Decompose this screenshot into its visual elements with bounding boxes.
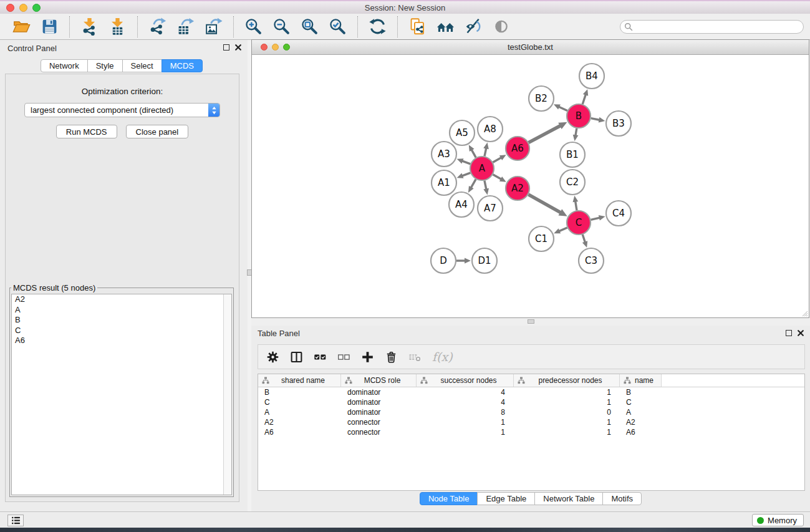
cell-shared-name[interactable]: A2 xyxy=(258,418,341,427)
edge-A-A2[interactable] xyxy=(493,175,501,180)
edge-A-A7[interactable] xyxy=(485,181,486,190)
table-row[interactable]: A2connector11A2 xyxy=(258,417,804,427)
search-input[interactable] xyxy=(620,20,804,34)
result-item[interactable]: B xyxy=(12,315,231,326)
cell-shared-name[interactable]: A xyxy=(258,408,341,417)
network-canvas[interactable]: AA1A2A3A4A5A6A7A8BB1B2B3B4CC1C2C3C4DD1 xyxy=(252,55,809,317)
result-item[interactable]: A6 xyxy=(12,336,231,346)
memory-button[interactable]: Memory xyxy=(752,514,804,526)
cell-predecessor-nodes[interactable]: 0 xyxy=(514,408,620,417)
zoom-out-button[interactable] xyxy=(271,17,292,36)
edge-C-C4[interactable] xyxy=(591,218,600,220)
tab-select[interactable]: Select xyxy=(122,59,162,72)
close-window-button[interactable] xyxy=(6,4,14,12)
delete-column-button[interactable] xyxy=(385,351,398,364)
zoom-selected-button[interactable] xyxy=(327,17,349,36)
result-item[interactable]: C xyxy=(12,326,231,336)
resize-grip-icon[interactable] xyxy=(801,309,808,317)
cell-name[interactable]: C xyxy=(620,398,662,407)
add-column-button[interactable] xyxy=(361,351,374,364)
export-network-button[interactable] xyxy=(147,17,168,36)
edge-A-A6[interactable] xyxy=(493,157,501,162)
table-row[interactable]: Bdominator41B xyxy=(258,387,804,397)
table-row[interactable]: A6connector11A6 xyxy=(258,427,804,437)
table-tab-motifs[interactable]: Motifs xyxy=(602,492,642,505)
cell-successor-nodes[interactable]: 1 xyxy=(417,428,514,437)
float-table-panel-icon[interactable] xyxy=(786,330,792,336)
result-scrollbar[interactable] xyxy=(223,294,231,495)
import-table-button[interactable] xyxy=(107,17,128,36)
minimize-window-button[interactable] xyxy=(19,4,27,12)
refresh-button[interactable] xyxy=(367,17,388,36)
cell-shared-name[interactable]: B xyxy=(258,388,341,397)
show-all-button[interactable] xyxy=(491,17,513,36)
edge-A-A3[interactable] xyxy=(461,161,470,164)
cell-successor-nodes[interactable]: 8 xyxy=(417,408,514,417)
tab-style[interactable]: Style xyxy=(87,59,123,72)
column-layout-button[interactable] xyxy=(290,351,303,364)
cell-predecessor-nodes[interactable]: 1 xyxy=(514,428,620,437)
float-panel-icon[interactable] xyxy=(223,44,229,51)
edge-B-B2[interactable] xyxy=(558,107,567,111)
fullscreen-window-button[interactable] xyxy=(32,4,41,12)
table-tab-edge-table[interactable]: Edge Table xyxy=(477,492,535,505)
table-tab-node-table[interactable]: Node Table xyxy=(420,492,478,505)
copy-network-button[interactable] xyxy=(407,17,428,36)
zoom-in-button[interactable] xyxy=(243,17,264,36)
cell-successor-nodes[interactable]: 1 xyxy=(417,418,514,427)
delete-table-button[interactable] xyxy=(408,351,422,364)
cell-shared-name[interactable]: C xyxy=(258,398,341,407)
cell-name[interactable]: A6 xyxy=(620,428,662,437)
hide-selected-button[interactable] xyxy=(463,17,485,36)
deselect-all-columns-button[interactable] xyxy=(337,351,350,364)
cell-successor-nodes[interactable]: 4 xyxy=(417,388,514,397)
edge-A-A1[interactable] xyxy=(461,173,470,176)
column-header-successor-nodes[interactable]: successor nodes xyxy=(417,374,514,387)
edge-A2-C[interactable] xyxy=(528,195,561,213)
close-table-panel-icon[interactable] xyxy=(798,330,804,336)
horizontal-splitter[interactable] xyxy=(251,318,810,326)
edge-A-A5[interactable] xyxy=(471,149,476,157)
edge-A-A8[interactable] xyxy=(485,147,486,156)
edge-C-C2[interactable] xyxy=(576,201,577,211)
first-neighbors-button[interactable] xyxy=(435,17,456,36)
table-tab-network-table[interactable]: Network Table xyxy=(534,492,603,505)
cell-predecessor-nodes[interactable]: 1 xyxy=(514,418,620,427)
network-maximize-button[interactable] xyxy=(283,44,290,51)
cell-name[interactable]: B xyxy=(620,388,662,397)
close-panel-button[interactable]: Close panel xyxy=(126,125,189,138)
export-table-button[interactable] xyxy=(175,17,196,36)
open-button[interactable] xyxy=(11,17,32,36)
cell-MCDS-role[interactable]: dominator xyxy=(341,388,417,397)
cell-successor-nodes[interactable]: 4 xyxy=(417,398,514,407)
table-row[interactable]: Adominator80A xyxy=(258,407,804,417)
column-header-MCDS-role[interactable]: MCDS role xyxy=(341,374,417,387)
network-minimize-button[interactable] xyxy=(272,44,279,51)
criterion-dropdown[interactable]: largest connected component (directed) xyxy=(24,103,220,117)
edge-B-B4[interactable] xyxy=(582,94,586,104)
select-all-columns-button[interactable] xyxy=(314,351,327,364)
cell-predecessor-nodes[interactable]: 1 xyxy=(514,388,620,397)
tab-mcds[interactable]: MCDS xyxy=(162,59,203,72)
table-row[interactable]: Cdominator41C xyxy=(258,397,804,407)
edge-A-A4[interactable] xyxy=(471,179,476,188)
cell-name[interactable]: A xyxy=(620,408,662,417)
column-header-predecessor-nodes[interactable]: predecessor nodes xyxy=(514,374,620,387)
close-panel-icon[interactable] xyxy=(235,44,241,51)
edge-C-C1[interactable] xyxy=(559,228,567,231)
result-item[interactable]: A2 xyxy=(12,294,231,305)
tab-network[interactable]: Network xyxy=(41,59,88,72)
export-image-button[interactable] xyxy=(203,17,224,36)
settings-button[interactable] xyxy=(266,351,279,364)
network-close-button[interactable] xyxy=(261,44,268,51)
column-header-name[interactable]: name xyxy=(620,374,662,387)
cell-MCDS-role[interactable]: connector xyxy=(341,428,417,437)
column-header-shared-name[interactable]: shared name xyxy=(258,374,341,387)
cell-MCDS-role[interactable]: dominator xyxy=(341,408,417,417)
cell-predecessor-nodes[interactable]: 1 xyxy=(514,398,620,407)
function-builder-button[interactable]: f(x) xyxy=(432,350,453,364)
edge-C-C3[interactable] xyxy=(582,235,585,243)
import-network-button[interactable] xyxy=(79,17,100,36)
cell-MCDS-role[interactable]: connector xyxy=(341,418,417,427)
edge-B-B3[interactable] xyxy=(591,118,600,120)
